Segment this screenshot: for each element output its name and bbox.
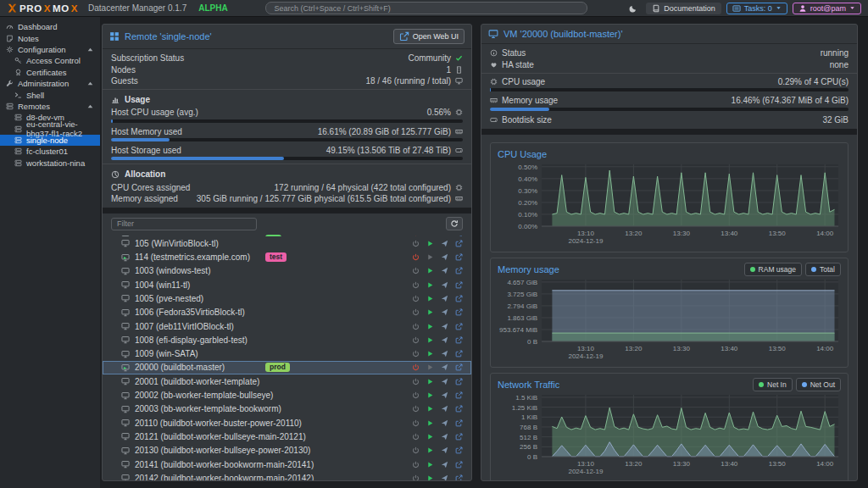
power-icon[interactable] bbox=[412, 295, 420, 302]
guest-row[interactable]: 1004 (win11-tl) bbox=[103, 278, 471, 291]
migrate-icon[interactable] bbox=[441, 378, 448, 385]
play-icon[interactable] bbox=[426, 474, 434, 480]
guest-row[interactable]: 20001 (buildbot-worker-template) bbox=[103, 374, 471, 388]
migrate-icon[interactable] bbox=[441, 323, 448, 330]
guest-row[interactable]: 1007 (deb11VirtIOBlock-tl) bbox=[103, 319, 471, 333]
sidebar-item-shell[interactable]: Shell bbox=[0, 89, 100, 100]
migrate-icon[interactable] bbox=[441, 446, 448, 454]
migrate-icon[interactable] bbox=[441, 474, 448, 480]
migrate-icon[interactable] bbox=[441, 363, 448, 371]
sidebar-item-dashboard[interactable]: Dashboard bbox=[0, 21, 100, 32]
play-icon[interactable] bbox=[426, 433, 434, 441]
guest-row[interactable]: 20000 (buildbot-master)prod bbox=[103, 361, 471, 374]
guest-row[interactable]: 20002 (bb-worker-template-bullseye) bbox=[103, 388, 471, 402]
tasks-button[interactable]: Tasks: 0 bbox=[726, 3, 787, 14]
power-icon[interactable] bbox=[412, 461, 420, 469]
play-icon[interactable] bbox=[426, 281, 434, 289]
guest-row[interactable]: 20130 (buildbot-worker-bullseye-power-20… bbox=[103, 444, 471, 458]
migrate-icon[interactable] bbox=[441, 350, 448, 358]
open-console-icon[interactable] bbox=[455, 474, 463, 480]
sidebar-item-access-control[interactable]: Access Control bbox=[0, 55, 100, 66]
play-icon[interactable] bbox=[426, 336, 434, 344]
legend-button[interactable]: Net In bbox=[753, 378, 793, 391]
guest-row[interactable]: 1008 (efi-display-garbled-test) bbox=[103, 333, 471, 347]
open-console-icon[interactable] bbox=[455, 433, 463, 441]
open-web-ui-button[interactable]: Open Web UI bbox=[393, 29, 465, 44]
sidebar-item-certificates[interactable]: Certificates bbox=[0, 67, 100, 78]
open-console-icon[interactable] bbox=[455, 405, 463, 413]
open-console-icon[interactable] bbox=[455, 240, 463, 247]
guest-row[interactable]: 20141 (buildbot-worker-bookworm-main-201… bbox=[103, 458, 471, 471]
power-icon[interactable] bbox=[412, 281, 420, 289]
play-icon[interactable] bbox=[426, 350, 434, 358]
open-console-icon[interactable] bbox=[455, 267, 463, 274]
open-console-icon[interactable] bbox=[455, 391, 463, 399]
open-console-icon[interactable] bbox=[455, 281, 463, 289]
documentation-button[interactable]: Documentation bbox=[646, 3, 721, 14]
play-icon[interactable] bbox=[426, 253, 434, 261]
power-icon[interactable] bbox=[412, 391, 420, 399]
guest-row[interactable]: 20142 (buildbot-worker-bookworm-main-201… bbox=[103, 471, 471, 480]
migrate-icon[interactable] bbox=[441, 433, 448, 441]
guest-row[interactable]: 1003 (windows-test) bbox=[103, 264, 471, 278]
legend-button[interactable]: RAM usage bbox=[744, 263, 802, 276]
migrate-icon[interactable] bbox=[441, 461, 448, 469]
sidebar-item-eu-central-vie-bhg37-fl1-rack2[interactable]: eu-central-vie-bhg37-fl1-rack2 bbox=[0, 124, 100, 135]
sidebar-item-remotes[interactable]: Remotes bbox=[0, 101, 100, 112]
open-console-icon[interactable] bbox=[455, 378, 463, 385]
play-icon[interactable] bbox=[426, 405, 434, 413]
guest-row[interactable]: 20121 (buildbot-worker-bullseye-main-201… bbox=[103, 430, 471, 443]
play-icon[interactable] bbox=[426, 391, 434, 399]
migrate-icon[interactable] bbox=[441, 253, 448, 261]
guest-row[interactable]: 1006 (Fedora35VirtioBlock-tl) bbox=[103, 306, 471, 319]
guest-row[interactable]: 20110 (buildbot-worker-buster-power-2011… bbox=[103, 416, 471, 430]
migrate-icon[interactable] bbox=[441, 405, 448, 413]
open-console-icon[interactable] bbox=[455, 323, 463, 330]
power-icon[interactable] bbox=[412, 253, 420, 261]
guest-row[interactable]: 105 (WinVirtioBlock-tl) bbox=[103, 236, 471, 250]
user-menu-button[interactable]: root@pam bbox=[793, 3, 861, 14]
migrate-icon[interactable] bbox=[441, 336, 448, 344]
play-icon[interactable] bbox=[426, 240, 434, 247]
power-icon[interactable] bbox=[412, 323, 420, 330]
power-icon[interactable] bbox=[412, 363, 420, 371]
play-icon[interactable] bbox=[426, 267, 434, 274]
power-icon[interactable] bbox=[412, 378, 420, 385]
guest-row[interactable]: 20003 (bb-worker-template-bookworm) bbox=[103, 402, 471, 416]
open-console-icon[interactable] bbox=[455, 461, 463, 469]
open-console-icon[interactable] bbox=[455, 253, 463, 261]
play-icon[interactable] bbox=[426, 308, 434, 316]
migrate-icon[interactable] bbox=[441, 281, 448, 289]
power-icon[interactable] bbox=[412, 474, 420, 480]
open-console-icon[interactable] bbox=[455, 446, 463, 454]
migrate-icon[interactable] bbox=[441, 391, 448, 399]
migrate-icon[interactable] bbox=[441, 308, 448, 316]
filter-input[interactable] bbox=[111, 218, 257, 230]
open-console-icon[interactable] bbox=[455, 336, 463, 344]
sidebar-item-workstation-nina[interactable]: workstation-nina bbox=[0, 158, 100, 169]
open-console-icon[interactable] bbox=[455, 350, 463, 358]
legend-button[interactable]: Net Out bbox=[796, 378, 841, 391]
play-icon[interactable] bbox=[426, 295, 434, 302]
power-icon[interactable] bbox=[412, 336, 420, 344]
guest-row[interactable]: 114 (testmetrics.example.com)test bbox=[103, 250, 471, 263]
open-console-icon[interactable] bbox=[455, 308, 463, 316]
open-console-icon[interactable] bbox=[455, 419, 463, 427]
power-icon[interactable] bbox=[412, 419, 420, 427]
sidebar-item-configuration[interactable]: Configuration bbox=[0, 44, 100, 55]
migrate-icon[interactable] bbox=[441, 267, 448, 274]
power-icon[interactable] bbox=[412, 240, 420, 247]
power-icon[interactable] bbox=[412, 433, 420, 441]
dark-mode-moon-icon[interactable] bbox=[626, 4, 641, 13]
open-console-icon[interactable] bbox=[455, 363, 463, 371]
play-icon[interactable] bbox=[426, 378, 434, 385]
power-icon[interactable] bbox=[412, 405, 420, 413]
open-console-icon[interactable] bbox=[455, 295, 463, 302]
power-icon[interactable] bbox=[412, 446, 420, 454]
play-icon[interactable] bbox=[426, 446, 434, 454]
migrate-icon[interactable] bbox=[441, 240, 448, 247]
play-icon[interactable] bbox=[426, 363, 434, 371]
refresh-button[interactable] bbox=[446, 217, 463, 230]
sidebar-item-fc-cluster01[interactable]: fc-cluster01 bbox=[0, 146, 100, 157]
power-icon[interactable] bbox=[412, 350, 420, 358]
